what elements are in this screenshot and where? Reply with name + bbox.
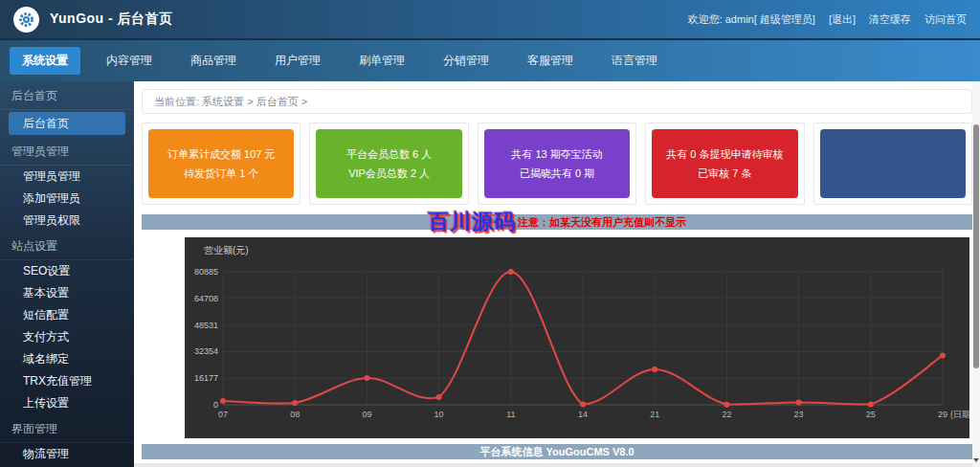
stat-card-1: 订单累计成交额 107 元待发货订单 1 个 (142, 122, 301, 205)
notice-text: 注意：如某天没有用户充值则不显示 (518, 215, 686, 230)
svg-text:23: 23 (794, 410, 804, 419)
nav-item-5[interactable]: 刷单管理 (346, 47, 417, 75)
svg-text:32354: 32354 (194, 346, 218, 356)
visit-home-link[interactable]: 访问首页 (924, 12, 967, 27)
svg-text:11: 11 (506, 410, 515, 419)
sidebar-item-3-2[interactable]: 基本设置 (0, 282, 134, 304)
page-title: YunGou - 后台首页 (50, 11, 173, 28)
sidebar-item-3-7[interactable]: 上传设置 (0, 392, 134, 414)
svg-text:营业额(元): 营业额(元) (204, 245, 249, 256)
scrollbar-thumb[interactable] (973, 124, 979, 368)
svg-text:08: 08 (290, 410, 300, 419)
main-content: 当前位置: 系统设置 > 后台首页 > 订单累计成交额 107 元待发货订单 1… (134, 81, 980, 467)
stat-card-line2: 已审核 7 条 (698, 167, 751, 181)
stat-card-line1: 平台会员总数 6 人 (346, 147, 432, 162)
svg-text:07: 07 (218, 410, 228, 419)
svg-text:64708: 64708 (194, 294, 218, 303)
scrollbar-down-arrow-icon[interactable] (973, 458, 979, 462)
sidebar-item-2-1[interactable]: 管理员管理 (0, 166, 134, 188)
sidebar-group-title-2: 管理员管理 (0, 137, 134, 166)
sidebar-group-title-1: 后台首页 (0, 81, 134, 110)
nav-item-4[interactable]: 用户管理 (262, 47, 333, 75)
bottom-strip (134, 463, 980, 467)
sidebar-item-3-1[interactable]: SEO设置 (0, 260, 134, 282)
svg-text:21: 21 (650, 410, 659, 419)
stat-card-line2: 待发货订单 1 个 (184, 167, 258, 181)
logout-link[interactable]: [退出] (829, 12, 856, 27)
stat-card-5 (813, 122, 972, 205)
svg-text:(日期): (日期) (950, 410, 969, 419)
svg-text:29: 29 (938, 410, 947, 419)
svg-text:16177: 16177 (194, 373, 218, 383)
stat-card-body-5 (820, 129, 966, 198)
sidebar: 后台首页后台首页管理员管理管理员管理添加管理员管理员权限站点设置SEO设置基本设… (0, 81, 134, 467)
sidebar-item-3-6[interactable]: TRX充值管理 (0, 370, 134, 392)
stat-cards-row: 订单累计成交额 107 元待发货订单 1 个平台会员总数 6 人VIP会员总数 … (142, 122, 972, 205)
svg-text:22: 22 (722, 410, 731, 419)
svg-text:48531: 48531 (194, 321, 218, 330)
svg-text:25: 25 (866, 410, 876, 419)
svg-text:14: 14 (578, 410, 588, 419)
svg-text:10: 10 (434, 410, 444, 419)
revenue-line-chart: 01617732354485316470880885营业额(元)07080910… (185, 237, 969, 438)
stat-card-body-2: 平台会员总数 6 人VIP会员总数 2 人 (316, 129, 461, 198)
sidebar-group-title-3: 站点设置 (0, 232, 134, 260)
nav-item-3[interactable]: 商品管理 (178, 47, 249, 75)
sidebar-item-3-4[interactable]: 支付方式 (0, 326, 134, 348)
svg-text:80885: 80885 (194, 267, 218, 277)
nav-item-2[interactable]: 内容管理 (94, 47, 165, 75)
sidebar-item-4-1[interactable]: 物流管理 (0, 443, 134, 465)
sidebar-group-title-4: 界面管理 (0, 414, 134, 443)
stat-card-body-3: 共有 13 期夺宝活动已揭晓共有 0 期 (484, 129, 630, 198)
sidebar-item-1-1[interactable]: 后台首页 (9, 112, 125, 135)
stat-card-3: 共有 13 期夺宝活动已揭晓共有 0 期 (478, 122, 636, 205)
breadcrumb: 当前位置: 系统设置 > 后台首页 > (142, 89, 972, 114)
gear-icon (18, 11, 34, 28)
main-nav: 系统设置内容管理商品管理用户管理刷单管理分销管理客服管理语言管理 (0, 40, 980, 81)
stat-card-line1: 订单累计成交额 107 元 (167, 147, 275, 162)
sidebar-item-2-3[interactable]: 管理员权限 (0, 210, 134, 232)
sidebar-item-2-2[interactable]: 添加管理员 (0, 188, 134, 210)
clear-cache-link[interactable]: 清空缓存 (869, 12, 911, 27)
nav-item-8[interactable]: 语言管理 (599, 47, 670, 75)
top-header: YunGou - 后台首页 欢迎您: admin[ 超级管理员] [退出] 清空… (0, 0, 980, 40)
svg-text:09: 09 (362, 410, 371, 419)
notice-bar: 百川源码 注意：如某天没有用户充值则不显示 (142, 214, 972, 230)
app-logo (13, 7, 39, 33)
sidebar-item-3-5[interactable]: 域名绑定 (0, 348, 134, 370)
stat-card-body-1: 订单累计成交额 107 元待发货订单 1 个 (148, 129, 294, 198)
stat-card-line2: 已揭晓共有 0 期 (520, 167, 594, 181)
nav-item-1[interactable]: 系统设置 (10, 47, 80, 75)
footer-bar: 平台系统信息 YouGouCMS V8.0 (142, 444, 972, 459)
stat-card-line1: 共有 13 期夺宝活动 (511, 147, 602, 162)
scrollbar[interactable] (972, 81, 980, 467)
welcome-text: 欢迎您: admin[ 超级管理员] (688, 12, 815, 27)
revenue-chart-panel: 01617732354485316470880885营业额(元)07080910… (185, 237, 969, 438)
sidebar-item-3-3[interactable]: 短信配置 (0, 304, 134, 326)
stat-card-body-4: 共有 0 条提现申请待审核已审核 7 条 (652, 129, 797, 198)
stat-card-2: 平台会员总数 6 人VIP会员总数 2 人 (309, 122, 468, 205)
svg-text:0: 0 (213, 400, 218, 410)
watermark-text: 百川源码 (428, 211, 516, 233)
nav-item-6[interactable]: 分销管理 (431, 47, 501, 75)
stat-card-4: 共有 0 条提现申请待审核已审核 7 条 (645, 122, 804, 205)
nav-item-7[interactable]: 客服管理 (515, 47, 586, 75)
stat-card-line2: VIP会员总数 2 人 (348, 167, 430, 181)
stat-card-line1: 共有 0 条提现申请待审核 (666, 147, 783, 162)
